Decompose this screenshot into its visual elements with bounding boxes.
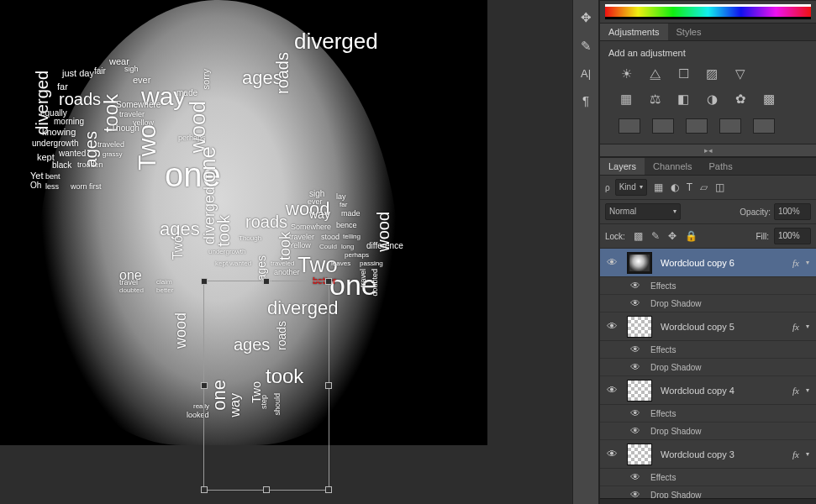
layer-effect-row[interactable]: 👁Effects — [600, 341, 816, 359]
filter-pixel-icon[interactable]: ▦ — [654, 181, 663, 193]
history-icon[interactable]: ✥ — [581, 10, 592, 25]
adj-photofilter-icon[interactable]: ◑ — [704, 92, 719, 107]
visibility-icon[interactable]: 👁 — [624, 280, 647, 291]
fill-label: Fill: — [755, 232, 769, 241]
layer-fx-badge[interactable]: fx — [786, 322, 806, 332]
layer-thumb[interactable] — [627, 316, 652, 338]
transform-handle-w[interactable] — [201, 382, 208, 389]
visibility-icon[interactable]: 👁 — [624, 407, 647, 419]
lock-all-icon[interactable]: 🔒 — [685, 230, 698, 242]
opacity-value[interactable]: 100% — [774, 203, 811, 220]
visibility-icon[interactable]: 👁 — [600, 320, 624, 333]
paragraph-icon[interactable]: ¶ — [582, 93, 589, 108]
tab-channels[interactable]: Channels — [645, 158, 700, 175]
layer-name[interactable]: Wordcloud copy 6 — [655, 258, 786, 268]
layer-row[interactable]: 👁Wordcloud copy 4fx▾ — [600, 376, 816, 405]
filter-smart-icon[interactable]: ◫ — [715, 181, 724, 193]
lock-transparent-icon[interactable]: ▩ — [634, 230, 643, 242]
lock-move-icon[interactable]: ✥ — [668, 230, 676, 242]
blend-mode-select[interactable]: Normal▾ — [605, 203, 681, 220]
preset-thumb[interactable] — [652, 118, 674, 134]
layer-name[interactable]: Wordcloud copy 4 — [655, 386, 786, 396]
transform-handle-nw[interactable] — [201, 278, 208, 285]
visibility-icon[interactable]: 👁 — [624, 471, 647, 483]
layer-effect-row[interactable]: 👁Drop Shadow — [600, 486, 816, 498]
adj-brightness-icon[interactable]: ☀ — [619, 66, 634, 81]
visibility-icon[interactable]: 👁 — [600, 448, 624, 460]
tab-layers[interactable]: Layers — [600, 158, 645, 175]
layer-thumb[interactable] — [627, 252, 652, 274]
preset-thumb[interactable] — [719, 118, 741, 134]
visibility-icon[interactable]: 👁 — [624, 297, 647, 309]
fx-caret-icon[interactable]: ▾ — [806, 323, 816, 330]
wordcloud-word: equally — [40, 109, 67, 118]
layer-effect-row[interactable]: 👁Drop Shadow — [600, 423, 816, 440]
character-icon[interactable]: A| — [581, 67, 591, 80]
layer-list: 👁Wordcloud copy 6fx▾👁Effects👁Drop Shadow… — [600, 249, 816, 498]
artboard: divergeddivergedroadsfarjust dayfairwear… — [0, 0, 487, 445]
adj-vibrance-icon[interactable]: ▽ — [733, 66, 748, 81]
adj-channelmix-icon[interactable]: ✿ — [733, 92, 748, 107]
layer-effect-row[interactable]: 👁Effects — [600, 469, 816, 486]
adj-lookup-icon[interactable]: ▩ — [761, 92, 777, 107]
fx-caret-icon[interactable]: ▾ — [806, 450, 816, 458]
layer-thumb[interactable] — [627, 380, 652, 402]
layer-effect-row[interactable]: 👁Effects — [600, 277, 816, 295]
preset-thumb[interactable] — [753, 118, 775, 134]
layer-thumb[interactable] — [627, 444, 652, 465]
filter-shape-icon[interactable]: ▱ — [700, 181, 708, 193]
fx-caret-icon[interactable]: ▾ — [806, 259, 816, 266]
filter-type-icon[interactable]: T — [687, 181, 692, 193]
visibility-icon[interactable]: 👁 — [624, 425, 647, 437]
visibility-icon[interactable]: 👁 — [624, 489, 647, 498]
fx-caret-icon[interactable]: ▾ — [806, 386, 816, 394]
layer-row[interactable]: 👁Wordcloud copy 5fx▾ — [600, 312, 816, 341]
transform-box[interactable] — [203, 281, 329, 491]
wordcloud-word: Yet — [30, 171, 44, 181]
layer-effect-row[interactable]: 👁Drop Shadow — [600, 359, 816, 376]
tab-paths[interactable]: Paths — [701, 158, 741, 175]
transform-handle-e[interactable] — [325, 382, 332, 389]
visibility-icon[interactable]: 👁 — [624, 361, 647, 373]
adjustments-prompt: Add an adjustment — [608, 48, 809, 58]
transform-handle-sw[interactable] — [201, 486, 208, 493]
tab-adjustments[interactable]: Adjustments — [600, 24, 668, 40]
adj-curves-icon[interactable]: ☐ — [676, 66, 691, 81]
layer-fx-badge[interactable]: fx — [786, 449, 806, 459]
preset-thumb[interactable] — [686, 118, 708, 134]
transform-handle-s[interactable] — [263, 486, 270, 493]
tab-styles[interactable]: Styles — [668, 24, 710, 40]
preset-thumb[interactable] — [619, 118, 640, 134]
layer-name[interactable]: Wordcloud copy 5 — [655, 322, 786, 332]
adj-hue-icon[interactable]: ▦ — [619, 92, 634, 107]
adjustments-panel: Adjustments Styles Add an adjustment ☀ ⧋… — [600, 23, 816, 144]
adj-levels-icon[interactable]: ⧋ — [647, 66, 662, 81]
filter-adjust-icon[interactable]: ◐ — [671, 181, 679, 193]
layer-fx-badge[interactable]: fx — [786, 386, 806, 396]
visibility-icon[interactable]: 👁 — [600, 384, 624, 396]
visibility-icon[interactable]: 👁 — [624, 344, 647, 355]
transform-handle-ne[interactable] — [325, 278, 332, 285]
layer-name[interactable]: Wordcloud copy 3 — [655, 449, 786, 459]
layer-effect-row[interactable]: 👁Effects — [600, 405, 816, 423]
layer-row[interactable]: 👁Wordcloud copy 3fx▾ — [600, 440, 816, 469]
panel-collapse-bar[interactable]: ▸◂ — [600, 144, 816, 157]
layer-filter-kind[interactable]: Kind▾ — [615, 179, 647, 196]
wordcloud-word: Oh — [30, 181, 41, 190]
color-spectrum[interactable] — [605, 4, 811, 19]
visibility-icon[interactable]: 👁 — [600, 256, 624, 269]
layer-effect-row[interactable]: 👁Drop Shadow — [600, 295, 816, 312]
right-panels: Adjustments Styles Add an adjustment ☀ ⧋… — [599, 0, 816, 504]
fill-value[interactable]: 100% — [774, 228, 811, 244]
adj-exposure-icon[interactable]: ▨ — [704, 66, 719, 81]
brush-presets-icon[interactable]: ✎ — [581, 39, 592, 54]
layer-row[interactable]: 👁Wordcloud copy 6fx▾ — [600, 249, 816, 277]
adj-bw-icon[interactable]: ◧ — [676, 92, 691, 107]
transform-handle-n[interactable] — [263, 278, 270, 285]
transform-handle-se[interactable] — [325, 486, 332, 493]
layer-fx-badge[interactable]: fx — [786, 258, 806, 268]
canvas-area[interactable]: divergeddivergedroadsfarjust dayfairwear… — [0, 0, 572, 504]
lock-paint-icon[interactable]: ✎ — [651, 230, 660, 242]
adj-balance-icon[interactable]: ⚖ — [647, 92, 662, 107]
wordcloud-word: far — [57, 82, 68, 92]
